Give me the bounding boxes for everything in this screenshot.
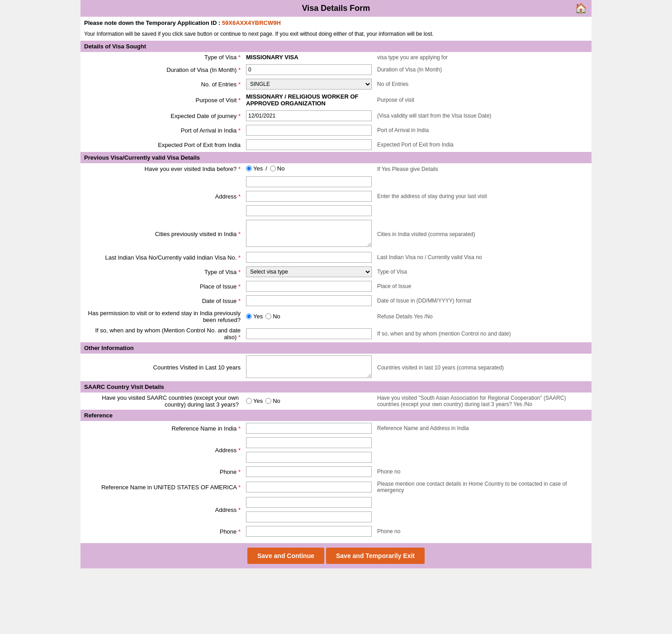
last-visa-no-input[interactable] xyxy=(246,252,372,263)
save-notice: Your Information will be saved if you cl… xyxy=(80,29,592,41)
countries-textarea[interactable] xyxy=(246,355,372,378)
save-exit-button[interactable]: Save and Temporarily Exit xyxy=(326,548,425,564)
other-info-table: Countries Visited in Last 10 years Count… xyxy=(80,354,592,381)
row-arrival-port: Port of Arrival in India * Port of Arriv… xyxy=(80,123,592,137)
row-ref-phone-india: Phone * Phone no xyxy=(80,464,592,479)
row-purpose: Purpose of Visit * MISSIONARY / RELIGIOU… xyxy=(80,91,592,109)
address-line3-input[interactable] xyxy=(246,205,372,216)
app-id-value: 59X6AXX4YBRCW9H xyxy=(222,19,281,26)
prev-visa-table: Have you ever visited India before? * Ye… xyxy=(80,163,592,342)
visited-before-yes-radio[interactable] xyxy=(246,166,252,171)
ref-name-india-input[interactable] xyxy=(246,423,372,434)
page-header: Visa Details Form 🏠 xyxy=(80,0,592,17)
ref-name-usa-input[interactable] xyxy=(246,482,372,492)
visa-sought-table: Type of Visa * MISSIONARY VISA visa type… xyxy=(80,52,592,152)
date-of-issue-input[interactable] xyxy=(246,295,372,306)
row-place-of-issue: Place of Issue * Place of Issue xyxy=(80,279,592,293)
row-journey-date: Expected Date of journey * (Visa validit… xyxy=(80,109,592,123)
purpose-value: MISSIONARY / RELIGIOUS WORKER OF APPROVE… xyxy=(246,93,358,107)
saarc-table: Have you visited SAARC countries (except… xyxy=(80,393,592,410)
row-cities: Cities previously visited in India * Cit… xyxy=(80,218,592,250)
exit-port-input[interactable] xyxy=(246,139,372,150)
ref-address-usa-line2-input[interactable] xyxy=(246,511,372,522)
ref-address-india-line1-input[interactable] xyxy=(246,437,372,448)
refused-yes-radio[interactable] xyxy=(246,313,252,319)
row-refused-control: If so, when and by whom (Mention Control… xyxy=(80,325,592,342)
ref-address-usa-line1-input[interactable] xyxy=(246,497,372,508)
row-ref-phone-usa: Phone * Phone no xyxy=(80,524,592,539)
footer-bar: Save and Continue Save and Temporarily E… xyxy=(80,543,592,568)
saarc-radios: Yes No xyxy=(246,397,280,404)
saarc-yes-radio[interactable] xyxy=(246,398,252,404)
reference-table: Reference Name in India * Reference Name… xyxy=(80,421,592,539)
row-duration: Duration of Visa (In Month) * Duration o… xyxy=(80,62,592,77)
saarc-no-radio[interactable] xyxy=(265,398,271,404)
row-type-of-visa: Type of Visa * MISSIONARY VISA visa type… xyxy=(80,52,592,62)
section-other-info: Other Information xyxy=(80,342,592,354)
refused-radios: Yes No xyxy=(246,313,280,320)
duration-input[interactable] xyxy=(246,64,372,75)
page-title: Visa Details Form xyxy=(302,4,370,13)
row-visited-before: Have you ever visited India before? * Ye… xyxy=(80,163,592,175)
arrival-port-input[interactable] xyxy=(246,125,372,136)
row-prev-visa-type: Type of Visa * Select visa type Tourist … xyxy=(80,265,592,279)
row-last-visa-no: Last Indian Visa No/Currently valid Indi… xyxy=(80,250,592,265)
cities-textarea[interactable] xyxy=(246,220,372,247)
row-exit-port: Expected Port of Exit from India Expecte… xyxy=(80,137,592,152)
ref-phone-usa-input[interactable] xyxy=(246,526,372,537)
section-visa-sought: Details of Visa Sought xyxy=(80,41,592,52)
refused-no-radio[interactable] xyxy=(265,313,271,319)
row-address: Address * Enter the address of stay duri… xyxy=(80,175,592,189)
row-saarc-visited: Have you visited SAARC countries (except… xyxy=(80,393,592,410)
refused-control-input[interactable] xyxy=(246,328,372,339)
visited-before-no-radio[interactable] xyxy=(270,166,276,171)
address-line2-input[interactable] xyxy=(246,191,372,202)
row-ref-name-india: Reference Name in India * Reference Name… xyxy=(80,421,592,435)
visited-before-radios: Yes / No xyxy=(246,165,284,172)
app-id-line: Please note down the Temporary Applicati… xyxy=(80,17,592,29)
section-prev-visa: Previous Visa/Currently valid Visa Detai… xyxy=(80,152,592,163)
place-of-issue-input[interactable] xyxy=(246,281,372,292)
row-refused: Has permission to visit or to extend sta… xyxy=(80,308,592,325)
row-ref-address-india1: Address * xyxy=(80,435,592,450)
prev-visa-type-select[interactable]: Select visa type Tourist Business Employ… xyxy=(246,266,372,277)
entries-select[interactable]: SINGLE DOUBLE MULTIPLE xyxy=(246,79,372,90)
save-continue-button[interactable]: Save and Continue xyxy=(247,548,324,564)
type-of-visa-value: MISSIONARY VISA xyxy=(246,54,298,61)
row-date-of-issue: Date of Issue * Date of Issue in (DD/MM/… xyxy=(80,293,592,308)
journey-date-input[interactable] xyxy=(246,110,372,121)
section-reference: Reference xyxy=(80,410,592,421)
address-line1-input[interactable] xyxy=(246,176,372,187)
ref-phone-india-input[interactable] xyxy=(246,466,372,477)
row-ref-address-usa1: Address * xyxy=(80,495,592,510)
home-icon[interactable]: 🏠 xyxy=(575,3,587,14)
row-ref-name-usa: Reference Name in UNITED STATES OF AMERI… xyxy=(80,479,592,495)
section-saarc: SAARC Country Visit Details xyxy=(80,381,592,393)
row-countries: Countries Visited in Last 10 years Count… xyxy=(80,354,592,381)
row-entries: No. of Entries * SINGLE DOUBLE MULTIPLE … xyxy=(80,77,592,91)
ref-address-india-line2-input[interactable] xyxy=(246,452,372,463)
